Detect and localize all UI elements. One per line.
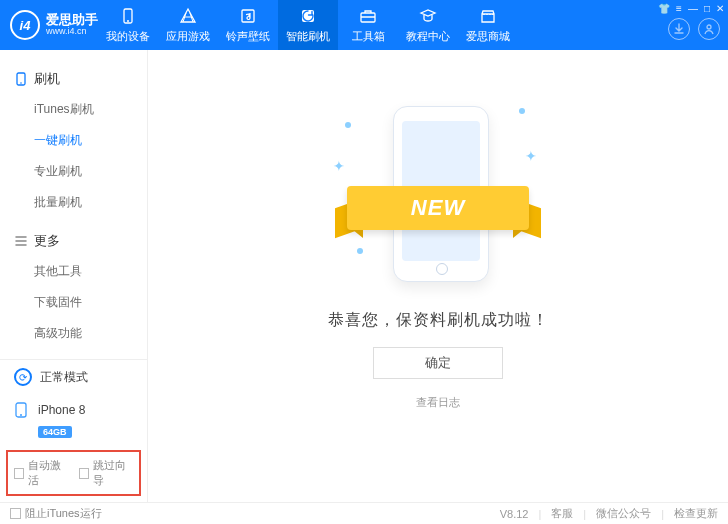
minimize-icon[interactable]: — [688,3,698,14]
download-manager-button[interactable] [668,18,690,40]
confirm-button[interactable]: 确定 [373,347,503,379]
status-bar: 阻止iTunes运行 V8.12 | 客服 | 微信公众号 | 检查更新 [0,502,728,524]
nav-device[interactable]: 我的设备 [98,0,158,50]
brand-name: 爱思助手 [46,13,98,27]
skin-icon[interactable]: 👕 [658,3,670,14]
apps-icon [178,7,198,25]
brand-url: www.i4.cn [46,27,98,37]
phone-icon [14,72,28,86]
version-label: V8.12 [500,508,529,520]
sidebar-item-其他工具[interactable]: 其他工具 [34,256,147,287]
menu-icon [14,234,28,248]
svg-point-9 [20,414,22,416]
logo-icon: i4 [10,10,40,40]
store-icon [478,7,498,25]
toolbox-icon [358,7,378,25]
sidebar-item-iTunes刷机[interactable]: iTunes刷机 [34,94,147,125]
sidebar-item-专业刷机[interactable]: 专业刷机 [34,156,147,187]
status-link-support[interactable]: 客服 [551,506,573,521]
menu-icon[interactable]: ≡ [676,3,682,14]
tutorial-icon [418,7,438,25]
sidebar-item-批量刷机[interactable]: 批量刷机 [34,187,147,218]
svg-point-1 [127,20,129,22]
nav-store[interactable]: 爱思商城 [458,0,518,50]
connected-device[interactable]: iPhone 8 64GB [0,394,147,446]
view-log-link[interactable]: 查看日志 [416,395,460,410]
device-icon [118,7,138,25]
close-icon[interactable]: ✕ [716,3,724,14]
window-controls: 👕 ≡ — □ ✕ [658,3,724,14]
sidebar: 刷机iTunes刷机一键刷机专业刷机批量刷机更多其他工具下载固件高级功能 ⟳ 正… [0,50,148,502]
maximize-icon[interactable]: □ [704,3,710,14]
brand-logo: i4 爱思助手 www.i4.cn [0,0,98,50]
nav-toolbox[interactable]: 工具箱 [338,0,398,50]
nav-tutorial[interactable]: 教程中心 [398,0,458,50]
storage-badge: 64GB [38,426,72,438]
skip-guide-checkbox[interactable]: 跳过向导 [79,458,134,488]
svg-point-7 [20,82,22,84]
nav-apps[interactable]: 应用游戏 [158,0,218,50]
new-ribbon: NEW [347,186,529,230]
svg-point-5 [707,25,711,29]
device-mode[interactable]: ⟳ 正常模式 [0,360,147,394]
block-itunes-checkbox[interactable]: 阻止iTunes运行 [10,506,102,521]
main-content: ✦✦ NEW 恭喜您，保资料刷机成功啦！ 确定 查看日志 [148,50,728,502]
sidebar-group-更多[interactable]: 更多 [0,226,147,256]
phone-icon [14,402,30,418]
sidebar-group-刷机[interactable]: 刷机 [0,64,147,94]
nav-ringtone[interactable]: 铃声壁纸 [218,0,278,50]
device-name: iPhone 8 [38,403,85,417]
nav-flash[interactable]: 智能刷机 [278,0,338,50]
top-nav: 我的设备应用游戏铃声壁纸智能刷机工具箱教程中心爱思商城 [98,0,728,50]
sidebar-item-高级功能[interactable]: 高级功能 [34,318,147,349]
flash-icon [298,7,318,25]
status-link-update[interactable]: 检查更新 [674,506,718,521]
sidebar-item-一键刷机[interactable]: 一键刷机 [34,125,147,156]
sidebar-item-下载固件[interactable]: 下载固件 [34,287,147,318]
account-button[interactable] [698,18,720,40]
mode-label: 正常模式 [40,369,88,386]
ringtone-icon [238,7,258,25]
auto-activate-checkbox[interactable]: 自动激活 [14,458,69,488]
refresh-icon: ⟳ [14,368,32,386]
flash-options: 自动激活 跳过向导 [6,450,141,496]
status-link-wechat[interactable]: 微信公众号 [596,506,651,521]
success-illustration: ✦✦ NEW [333,98,543,288]
success-message: 恭喜您，保资料刷机成功啦！ [328,310,549,331]
